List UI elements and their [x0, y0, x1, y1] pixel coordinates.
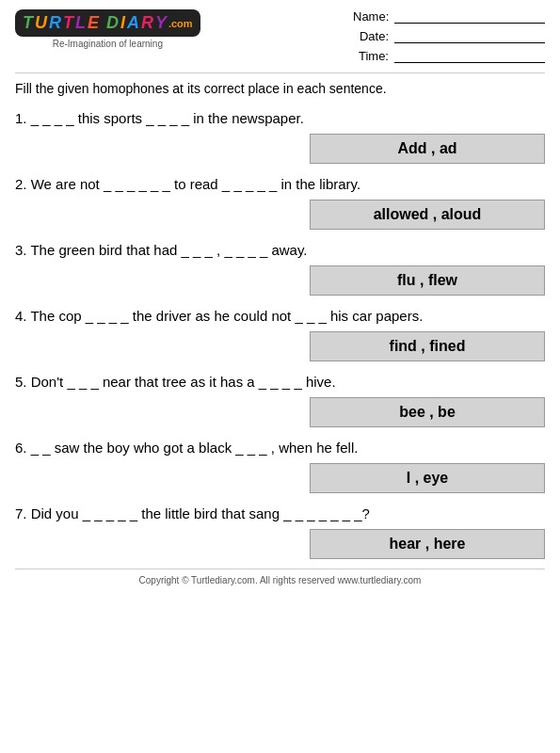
date-label: Date:: [353, 29, 389, 43]
time-label: Time:: [353, 49, 389, 63]
answer-box-6: I , eye: [310, 463, 545, 493]
question-1: 1. _ _ _ _ this sports _ _ _ _ in the ne…: [15, 107, 545, 164]
questions-container: 1. _ _ _ _ this sports _ _ _ _ in the ne…: [15, 107, 545, 559]
name-line: [394, 10, 545, 24]
answer-box-4: find , fined: [310, 331, 545, 361]
answer-box-5: bee , be: [310, 397, 545, 427]
instructions: Fill the given homophones at its correct…: [15, 72, 545, 96]
footer: Copyright © Turtlediary.com. All rights …: [15, 569, 545, 585]
logo-letter-t2: T: [63, 13, 73, 33]
answer-box-2: allowed , aloud: [310, 200, 545, 230]
logo-box: T U R T L E D I A R Y .com: [15, 9, 200, 37]
date-row: Date:: [353, 29, 545, 43]
logo-com: .com: [168, 18, 193, 29]
name-row: Name:: [353, 9, 545, 24]
question-text-1: 1. _ _ _ _ this sports _ _ _ _ in the ne…: [15, 107, 545, 130]
question-text-7: 7. Did you _ _ _ _ _ the little bird tha…: [15, 503, 545, 525]
logo-tagline: Re-Imagination of learning: [53, 39, 163, 49]
logo-area: T U R T L E D I A R Y .com Re-Imaginatio…: [15, 9, 200, 49]
logo-letter-r: R: [49, 13, 61, 33]
logo-letter-i: I: [120, 13, 125, 33]
name-label: Name:: [353, 9, 389, 24]
answer-box-1: Add , ad: [310, 134, 545, 164]
question-7: 7. Did you _ _ _ _ _ the little bird tha…: [15, 503, 545, 559]
question-2: 2. We are not _ _ _ _ _ _ to read _ _ _ …: [15, 173, 545, 230]
time-row: Time:: [353, 49, 545, 63]
logo-letter-a: A: [127, 13, 139, 33]
question-text-5: 5. Don't _ _ _ near that tree as it has …: [15, 371, 545, 393]
header: T U R T L E D I A R Y .com Re-Imaginatio…: [15, 9, 545, 63]
logo-letter-l: L: [75, 13, 86, 33]
logo-letter-t: T: [23, 13, 33, 33]
question-3: 3. The green bird that had _ _ _ , _ _ _…: [15, 239, 545, 296]
question-text-4: 4. The cop _ _ _ _ the driver as he coul…: [15, 305, 545, 328]
question-text-2: 2. We are not _ _ _ _ _ _ to read _ _ _ …: [15, 173, 545, 196]
logo-letter-y: Y: [155, 13, 167, 33]
logo-letter-e: E: [88, 13, 99, 33]
question-text-3: 3. The green bird that had _ _ _ , _ _ _…: [15, 239, 545, 262]
logo-letter-u: U: [35, 13, 47, 33]
name-fields: Name: Date: Time:: [353, 9, 545, 63]
time-line: [394, 50, 545, 63]
answer-box-3: flu , flew: [310, 265, 545, 296]
question-text-6: 6. _ _ saw the boy who got a black _ _ _…: [15, 437, 545, 459]
question-6: 6. _ _ saw the boy who got a black _ _ _…: [15, 437, 545, 493]
logo-letter-d: D: [106, 13, 119, 33]
answer-box-7: hear , here: [310, 529, 545, 559]
question-5: 5. Don't _ _ _ near that tree as it has …: [15, 371, 545, 427]
date-line: [394, 30, 545, 43]
question-4: 4. The cop _ _ _ _ the driver as he coul…: [15, 305, 545, 361]
logo-letter-r2: R: [141, 13, 153, 33]
